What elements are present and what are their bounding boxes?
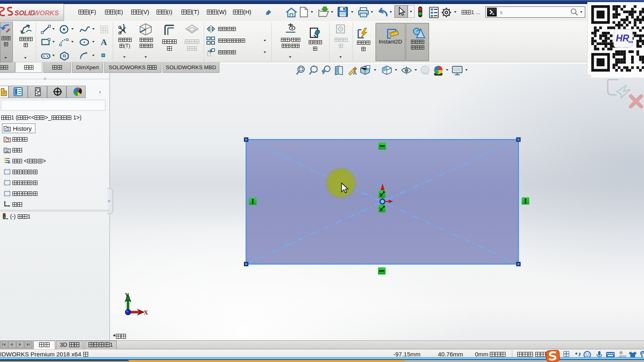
svg-text:WORKS: WORKS xyxy=(33,9,59,16)
svg-text:Y: Y xyxy=(125,292,129,298)
svg-text:A: A xyxy=(6,149,8,153)
svg-text:HR: HR xyxy=(616,33,630,43)
svg-text:SOLID: SOLID xyxy=(14,9,35,16)
svg-text:X: X xyxy=(144,309,148,316)
svg-text:808: 808 xyxy=(628,41,633,43)
